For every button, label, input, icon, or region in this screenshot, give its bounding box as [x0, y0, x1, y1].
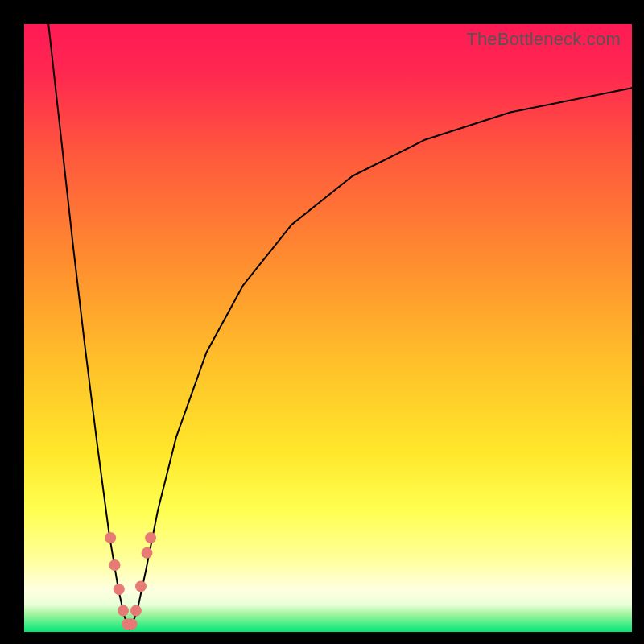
marker-point [145, 532, 156, 543]
marker-point [109, 559, 120, 571]
marker-point [142, 547, 153, 559]
marker-point [126, 618, 138, 630]
marker-point [114, 584, 125, 595]
plot-area: TheBottleneck.com [24, 24, 632, 632]
chart-frame: TheBottleneck.com [0, 0, 644, 644]
curve-layer [24, 24, 632, 632]
watermark-text: TheBottleneck.com [466, 29, 621, 50]
marker-point [135, 580, 147, 592]
series-left-branch [48, 24, 129, 629]
series-right-branch [130, 88, 632, 629]
marker-point [118, 605, 129, 617]
marker-point [130, 605, 142, 617]
marker-point [105, 532, 116, 543]
